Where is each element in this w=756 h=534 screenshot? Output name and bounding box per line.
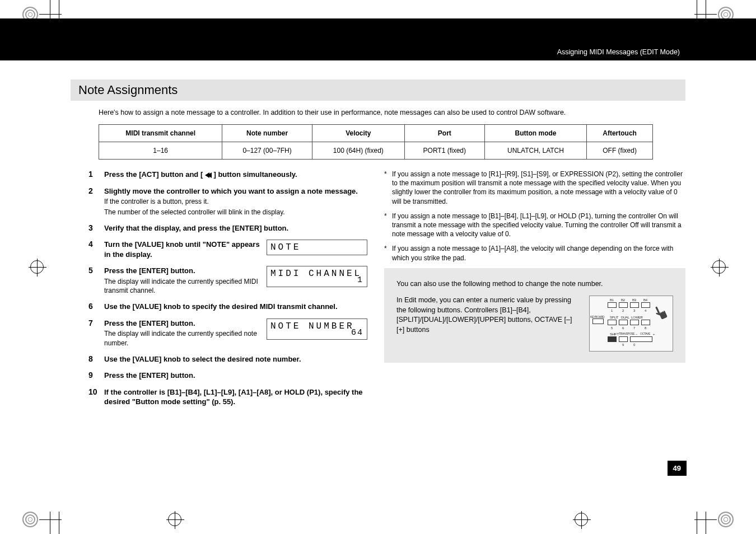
step-2-sub2: The number of the selected controller wi… [104,208,367,217]
td-aftertouch: OFF (fixed) [587,142,653,160]
td-button-mode: UNLATCH, LATCH [484,142,586,160]
step-7-title: Press the [ENTER] button. [104,318,260,329]
step-8-title: Use the [VALUE] knob to select the desir… [104,354,367,364]
step-3-title: Verify that the display, and press the [… [104,223,367,233]
crop-mark [39,14,62,15]
table-row: 1–16 0–127 (00–7FH) 100 (64H) (fixed) PO… [99,142,653,160]
th-note-number: Note number [222,125,312,142]
step-5-title: Press the [ENTER] button. [104,266,260,276]
note-item: If you assign a note message to [A1]–[A8… [384,244,685,262]
crop-mark [59,512,59,534]
crop-mark [50,512,50,534]
step-10-title: If the controller is [B1]–[B4], [L1]–[L9… [104,387,367,407]
notes-list: If you assign a note message to [R1]–[R9… [384,170,685,263]
printer-mark [22,512,38,527]
page-number: 49 [668,461,687,476]
lcd-note-number: NOTE NUMBER 64 [267,318,367,340]
registration-mark [712,260,726,274]
parameter-table: MIDI transmit channel Note number Veloci… [99,124,653,160]
th-aftertouch: Aftertouch [587,125,653,142]
registration-mark [575,513,588,526]
step-1-title: Press the [ACT] button and [ ] button si… [104,170,297,179]
lcd-note: NOTE [267,240,367,255]
info-box: You can also use the following method to… [384,268,685,363]
step-6-title: Use the [VALUE] knob to specify the desi… [104,302,367,312]
step-5-sub: The display will indicate the currently … [104,277,260,295]
hand-pointer-icon [650,301,672,324]
td-velocity: 100 (64H) (fixed) [312,142,404,160]
registration-mark [168,513,181,526]
note-item: If you assign a note message to [B1]–[B4… [384,212,685,239]
section-title: Note Assignments [71,79,685,101]
steps-list: Press the [ACT] button and [ ] button si… [71,170,367,407]
keyboard-diagram: B1 B2 B3 B4 1 2 3 4 KEYBOARD [589,296,673,352]
rewind-icon [207,172,212,178]
info-box-line2: In Edit mode, you can enter a numeric va… [396,296,581,352]
registration-mark [30,260,44,274]
crop-mark [39,519,62,520]
crop-mark [697,512,697,534]
td-midi-channel: 1–16 [99,142,222,160]
lcd-midi-channel: MIDI CHANNEL 1 [267,266,367,287]
step-2-title: Slightly move the controller to which yo… [104,186,367,196]
intro-text: Here's how to assign a note message to a… [99,109,685,116]
th-port: Port [404,125,484,142]
note-item: If you assign a note message to [R1]–[R9… [384,170,685,206]
breadcrumb: Assigning MIDI Messages (EDIT Mode) [557,48,680,56]
th-midi-channel: MIDI transmit channel [99,125,222,142]
info-box-line1: You can also use the following method to… [396,279,673,289]
td-port: PORT1 (fixed) [404,142,484,160]
step-9-title: Press the [ENTER] button. [104,371,367,381]
td-note-number: 0–127 (00–7FH) [222,142,312,160]
printer-mark [718,512,734,527]
step-7-sub: The display will indicate the currently … [104,329,260,347]
crop-mark [694,519,717,520]
crop-mark [706,512,706,534]
th-button-mode: Button mode [484,125,586,142]
step-2-sub1: If the controller is a button, press it. [104,197,367,206]
step-4-title: Turn the [VALUE] knob until "NOTE" appea… [104,240,260,259]
table-header-row: MIDI transmit channel Note number Veloci… [99,125,653,142]
crop-mark [694,14,717,15]
th-velocity: Velocity [312,125,404,142]
